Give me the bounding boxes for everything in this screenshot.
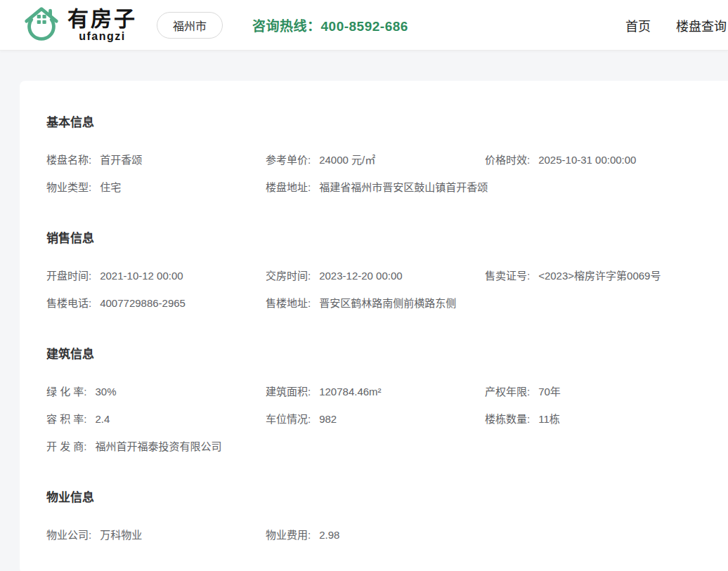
field-opening-date: 开盘时间:2021-10-12 00:00	[46, 269, 266, 283]
field-label: 物业公司:	[46, 529, 91, 541]
field-value: 福州首开福泰投资有限公司	[96, 440, 222, 452]
field-value: 4007729886-2965	[100, 297, 186, 309]
field-building-count: 楼栋数量:11栋	[485, 412, 714, 426]
field-sales-license: 售卖证号:<2023>榕房许字第0069号	[485, 269, 714, 283]
field-greening-rate: 绿 化 率:30%	[46, 385, 266, 399]
field-value: 2025-10-31 00:00:00	[538, 154, 636, 166]
section-title: 建筑信息	[46, 344, 714, 362]
field-ownership-years: 产权年限:70年	[485, 385, 714, 399]
nav-item-property-search[interactable]: 楼盘查询	[676, 16, 727, 34]
field-value: 晋安区鹤林路南侧前横路东侧	[319, 297, 456, 309]
field-label: 车位情况:	[266, 413, 311, 425]
field-label: 售楼地址:	[266, 297, 311, 309]
section-property-mgmt-info: 物业信息 物业公司:万科物业 物业费用:2.98	[46, 487, 714, 542]
field-label: 楼盘地址:	[266, 181, 311, 193]
field-price-validity: 价格时效:2025-10-31 00:00:00	[485, 153, 714, 167]
hotline-text: 咨询热线：400-8592-686	[252, 15, 408, 34]
field-property-company: 物业公司:万科物业	[46, 528, 266, 542]
field-value: 首开香颂	[100, 154, 142, 166]
house-icon	[21, 4, 67, 47]
section-title: 物业信息	[46, 487, 714, 505]
main-nav: 首页 楼盘查询	[625, 16, 727, 34]
field-label: 建筑面积:	[266, 386, 311, 398]
brand-slogan: ufangzi	[79, 31, 126, 42]
field-property-address: 楼盘地址:福建省福州市晋安区鼓山镇首开香颂	[266, 181, 714, 195]
city-selector-button[interactable]: 福州市	[157, 12, 223, 39]
field-value: 2021-10-12 00:00	[100, 270, 183, 282]
field-sales-office-address: 售楼地址:晋安区鹤林路南侧前横路东侧	[266, 296, 714, 310]
field-label: 开盘时间:	[46, 270, 91, 282]
field-value: 2.98	[319, 529, 339, 541]
field-developer: 开 发 商:福州首开福泰投资有限公司	[46, 440, 714, 454]
field-value: 30%	[96, 386, 117, 398]
field-label: 楼栋数量:	[485, 413, 530, 425]
field-value: 70年	[538, 386, 561, 398]
field-parking-spaces: 车位情况:982	[266, 412, 485, 426]
field-property-type: 物业类型:住宅	[46, 181, 266, 195]
section-title: 销售信息	[46, 228, 714, 246]
field-value: 11栋	[538, 413, 560, 425]
field-value: 2023-12-20 00:00	[319, 270, 402, 282]
field-delivery-date: 交房时间:2023-12-20 00:00	[266, 269, 485, 283]
property-detail-card: 基本信息 楼盘名称:首开香颂 参考单价:24000 元/㎡ 价格时效:2025-…	[20, 81, 728, 571]
field-value: 120784.46m²	[319, 386, 381, 398]
field-grid: 物业公司:万科物业 物业费用:2.98	[46, 528, 714, 542]
field-value: 982	[319, 413, 337, 425]
field-grid: 楼盘名称:首开香颂 参考单价:24000 元/㎡ 价格时效:2025-10-31…	[46, 153, 714, 195]
field-label: 物业费用:	[266, 529, 311, 541]
field-value: 2.4	[96, 413, 110, 425]
field-label: 交房时间:	[266, 270, 311, 282]
field-label: 价格时效:	[485, 154, 530, 166]
field-value: 万科物业	[100, 529, 142, 541]
section-building-info: 建筑信息 绿 化 率:30% 建筑面积:120784.46m² 产权年限:70年…	[46, 344, 714, 454]
field-value: 24000 元/㎡	[319, 154, 375, 166]
field-property-name: 楼盘名称:首开香颂	[46, 153, 266, 167]
field-label: 物业类型:	[46, 181, 91, 193]
field-label: 产权年限:	[485, 386, 530, 398]
nav-item-home[interactable]: 首页	[625, 16, 651, 34]
field-label: 售卖证号:	[485, 270, 530, 282]
field-sales-phone: 售楼电话:4007729886-2965	[46, 296, 266, 310]
field-label: 参考单价:	[266, 154, 311, 166]
field-value: <2023>榕房许字第0069号	[538, 270, 661, 282]
section-basic-info: 基本信息 楼盘名称:首开香颂 参考单价:24000 元/㎡ 价格时效:2025-…	[46, 112, 714, 195]
field-reference-unit-price: 参考单价:24000 元/㎡	[266, 153, 485, 167]
field-label: 开 发 商:	[46, 440, 87, 452]
brand-name: 有房子	[67, 8, 137, 29]
field-grid: 绿 化 率:30% 建筑面积:120784.46m² 产权年限:70年 容 积 …	[46, 385, 714, 454]
field-building-area: 建筑面积:120784.46m²	[266, 385, 485, 399]
field-plot-ratio: 容 积 率:2.4	[46, 412, 266, 426]
field-value: 住宅	[100, 181, 121, 193]
top-header: 有房子 ufangzi 福州市 咨询热线：400-8592-686 首页 楼盘查…	[0, 0, 728, 51]
field-label: 绿 化 率:	[46, 386, 87, 398]
field-label: 售楼电话:	[46, 297, 91, 309]
field-label: 容 积 率:	[46, 413, 87, 425]
field-grid: 开盘时间:2021-10-12 00:00 交房时间:2023-12-20 00…	[46, 269, 714, 310]
field-value: 福建省福州市晋安区鼓山镇首开香颂	[319, 181, 488, 193]
field-property-fee: 物业费用:2.98	[266, 528, 485, 542]
section-title: 基本信息	[46, 112, 714, 130]
field-label: 楼盘名称:	[46, 154, 91, 166]
section-sales-info: 销售信息 开盘时间:2021-10-12 00:00 交房时间:2023-12-…	[46, 228, 714, 310]
brand-logo[interactable]: 有房子 ufangzi	[21, 4, 137, 47]
